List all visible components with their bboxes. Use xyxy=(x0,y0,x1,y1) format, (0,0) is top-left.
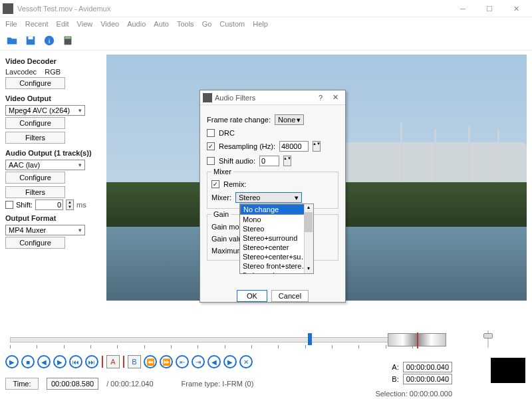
video-output-select[interactable]: Mpeg4 AVC (x264)▾ xyxy=(5,105,85,116)
decoder-codec: Lavcodec xyxy=(5,68,37,76)
menu-tools[interactable]: Tools xyxy=(177,20,194,28)
goto-marker-b-button[interactable]: ⇥ xyxy=(192,355,205,368)
dropdown-option[interactable]: Stereo xyxy=(240,224,313,233)
decoder-configure-button[interactable]: Configure xyxy=(5,77,65,89)
dialog-title: Audio Filters xyxy=(215,94,313,102)
gain-group-title: Gain xyxy=(211,210,231,218)
framerate-label: Frame rate change: xyxy=(207,116,271,124)
gain-max-label: Maximum xyxy=(211,247,243,255)
video-decoder-heading: Video Decoder xyxy=(5,57,101,65)
menu-go[interactable]: Go xyxy=(202,20,212,28)
dialog-icon xyxy=(203,93,212,102)
cancel-button[interactable]: Cancel xyxy=(271,290,309,302)
shift-spinner[interactable]: ▲▼ xyxy=(66,200,74,210)
dropdown-option[interactable]: No change xyxy=(240,204,314,215)
audio-output-value: AAC (lav) xyxy=(9,161,40,169)
dropdown-option[interactable]: Stereo+center xyxy=(240,243,313,252)
svg-text:i: i xyxy=(49,37,50,44)
shift-input[interactable] xyxy=(35,200,63,210)
open-icon[interactable] xyxy=(4,33,20,49)
goto-end-button[interactable]: ⏩ xyxy=(160,355,173,368)
prev-black-frame-button[interactable]: ◀ xyxy=(207,355,221,368)
volume-slider[interactable] xyxy=(483,331,493,348)
shift-audio-label: Shift audio: xyxy=(219,157,255,165)
drc-checkbox[interactable] xyxy=(207,129,215,137)
next-keyframe-button[interactable]: ⏭ xyxy=(85,355,98,368)
window-title: Vessoft Test.mov - Avidemux xyxy=(17,5,450,13)
resampling-label: Resampling (Hz): xyxy=(219,142,275,150)
jog-wheel[interactable] xyxy=(388,333,446,346)
vout-filters-button[interactable]: Filters xyxy=(5,132,65,144)
framerate-select[interactable]: None▾ xyxy=(275,114,304,125)
menu-edit[interactable]: Edit xyxy=(57,20,69,28)
marker-b-value: 00:00:00.040 xyxy=(403,374,452,384)
resampling-spinner[interactable]: ▲▼ xyxy=(313,141,321,152)
prev-frame-button[interactable]: ◀ xyxy=(37,355,51,368)
dropdown-scrollbar[interactable]: ▴ ▾ xyxy=(304,204,313,273)
resampling-input[interactable] xyxy=(279,141,309,152)
set-marker-a-button[interactable]: A xyxy=(106,355,120,368)
chevron-down-icon: ▾ xyxy=(78,162,82,168)
mixer-dropdown[interactable]: No change Mono Stereo Stereo+surround St… xyxy=(239,203,314,274)
close-button[interactable]: ✕ xyxy=(503,0,529,17)
menu-video[interactable]: Video xyxy=(100,20,119,28)
save-icon[interactable] xyxy=(23,33,39,49)
vu-meter xyxy=(491,358,525,383)
aout-filters-button[interactable]: Filters xyxy=(5,186,65,198)
play-button[interactable]: ▶ xyxy=(5,355,19,368)
shift-audio-spinner[interactable]: ▲▼ xyxy=(283,156,291,166)
timeline[interactable] xyxy=(5,330,527,350)
dropdown-option[interactable]: Stereo+surround xyxy=(240,233,313,243)
dropdown-option[interactable]: 5 channels xyxy=(240,271,313,274)
menu-view[interactable]: View xyxy=(77,20,93,28)
ok-button[interactable]: OK xyxy=(237,290,267,302)
next-frame-button[interactable]: ▶ xyxy=(53,355,66,368)
menu-help[interactable]: Help xyxy=(253,20,268,28)
menu-custom[interactable]: Custom xyxy=(219,20,245,28)
audio-output-select[interactable]: AAC (lav)▾ xyxy=(5,160,85,170)
dropdown-option[interactable]: Stereo+center+surround xyxy=(240,252,313,261)
mixer-select[interactable]: Stereo▾ xyxy=(235,192,302,203)
sidebar: Video Decoder Lavcodec RGB Configure Vid… xyxy=(0,51,106,317)
ab-markers: A:00:00:00.040 B:00:00:00.040 xyxy=(392,360,452,386)
menu-auto[interactable]: Auto xyxy=(154,20,169,28)
audio-output-heading: Audio Output (1 track(s)) xyxy=(5,149,101,157)
drc-label: DRC xyxy=(219,129,235,137)
prev-keyframe-button[interactable]: ⏮ xyxy=(69,355,82,368)
minimize-button[interactable]: ─ xyxy=(450,0,476,17)
next-black-frame-button[interactable]: ▶ xyxy=(223,355,237,368)
dialog-close-button[interactable]: ✕ xyxy=(328,93,342,102)
menu-recent[interactable]: Recent xyxy=(25,20,49,28)
dialog-help-button[interactable]: ? xyxy=(313,94,328,102)
shift-audio-checkbox[interactable] xyxy=(207,157,215,165)
output-format-select[interactable]: MP4 Muxer▾ xyxy=(5,225,85,235)
calculator-icon[interactable] xyxy=(60,33,76,49)
menu-audio[interactable]: Audio xyxy=(127,20,146,28)
delete-button[interactable]: ✕ xyxy=(239,355,253,368)
goto-start-button[interactable]: ⏪ xyxy=(144,355,157,368)
goto-marker-a-button[interactable]: ⇤ xyxy=(176,355,189,368)
shift-audio-input[interactable] xyxy=(259,156,279,166)
output-format-heading: Output Format xyxy=(5,214,101,222)
ofmt-configure-button[interactable]: Configure xyxy=(5,237,65,249)
marker-a-label: A: xyxy=(392,363,398,371)
menu-file[interactable]: File xyxy=(5,20,17,28)
dropdown-option[interactable]: Stereo front+stereo rear xyxy=(240,261,313,271)
shift-label: Shift: xyxy=(16,201,33,209)
marker-a-value: 00:00:00.040 xyxy=(403,362,452,372)
stop-button[interactable]: ■ xyxy=(21,355,35,368)
decoder-pixfmt: RGB xyxy=(45,68,61,76)
output-format-value: MP4 Muxer xyxy=(9,226,46,234)
vout-configure-button[interactable]: Configure xyxy=(5,117,65,129)
remix-checkbox[interactable]: ✓ xyxy=(211,180,219,188)
shift-checkbox[interactable] xyxy=(5,201,13,209)
aout-configure-button[interactable]: Configure xyxy=(5,172,65,184)
set-marker-b-button[interactable]: B xyxy=(128,355,141,368)
time-value[interactable]: 00:00:08.580 xyxy=(47,378,98,390)
maximize-button[interactable]: ☐ xyxy=(476,0,503,17)
marker-b-label: B: xyxy=(392,375,398,383)
info-icon[interactable]: i xyxy=(41,33,57,49)
toolbar: i xyxy=(0,31,532,51)
dropdown-option[interactable]: Mono xyxy=(240,215,313,224)
resampling-checkbox[interactable]: ✓ xyxy=(207,142,215,150)
